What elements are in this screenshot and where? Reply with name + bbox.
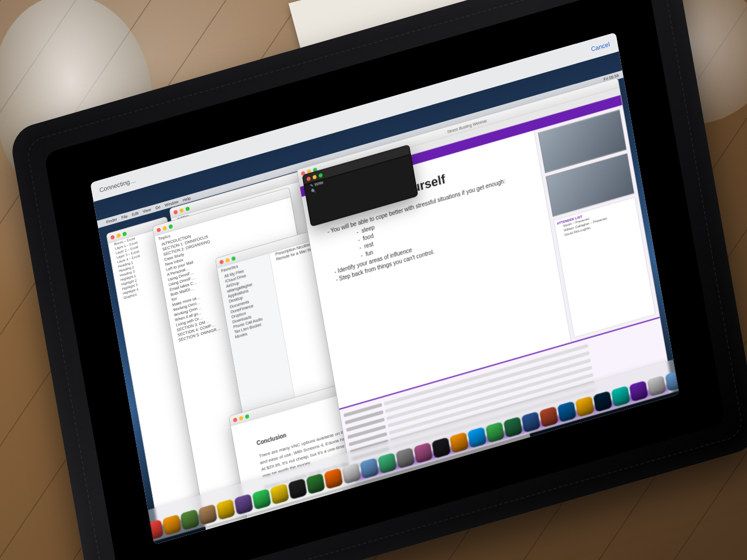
dock-app-icon[interactable]: [593, 391, 612, 412]
photo-scene: Connecting… Cancel Finder File Edit View…: [0, 0, 747, 560]
dock-app-icon[interactable]: [126, 524, 145, 545]
dock-app-icon[interactable]: [486, 421, 505, 443]
menubar-go[interactable]: Go: [155, 205, 161, 210]
dock-app-icon[interactable]: [503, 416, 522, 438]
menubar-help[interactable]: Help: [182, 196, 191, 202]
dock-app-icon[interactable]: [647, 375, 666, 397]
cancel-button[interactable]: Cancel: [590, 41, 610, 53]
dock-app-icon[interactable]: [521, 411, 540, 433]
dock-app-icon[interactable]: [342, 463, 361, 484]
menubar-app[interactable]: Finder: [106, 217, 117, 224]
dock-app-icon[interactable]: [557, 401, 577, 423]
dock-app-icon[interactable]: [377, 453, 397, 474]
dock-app-icon[interactable]: [414, 442, 433, 464]
dock-app-icon[interactable]: [432, 437, 451, 458]
dock-app-icon[interactable]: [180, 509, 199, 531]
dock-app-icon[interactable]: [449, 432, 469, 453]
dock-app-icon[interactable]: [306, 473, 325, 494]
dock-app-icon[interactable]: [575, 396, 594, 417]
dock-app-icon[interactable]: [467, 427, 487, 448]
dock-app-icon[interactable]: [360, 458, 379, 479]
dock-app-icon[interactable]: [396, 447, 415, 469]
menubar-view[interactable]: View: [143, 208, 152, 214]
dock-app-icon[interactable]: [665, 370, 680, 391]
dock-app-icon[interactable]: [90, 540, 92, 545]
mac-desktop: Finder File Edit View Go Window Help Fri…: [93, 51, 679, 545]
ipad-screen: Connecting… Cancel Finder File Edit View…: [90, 32, 679, 545]
dock-app-icon[interactable]: [252, 488, 271, 510]
dock-app-icon[interactable]: [324, 468, 343, 489]
dock-app-icon[interactable]: [198, 504, 217, 525]
dock-app-icon[interactable]: [109, 529, 128, 545]
menubar-file[interactable]: File: [121, 214, 128, 219]
dock-app-icon[interactable]: [288, 478, 307, 499]
dock-app-icon[interactable]: [611, 385, 630, 407]
dock-app-icon[interactable]: [216, 499, 235, 520]
dock-app-icon[interactable]: [270, 483, 289, 505]
dock-app-icon[interactable]: [162, 514, 182, 536]
menubar-edit[interactable]: Edit: [131, 211, 139, 217]
dock-app-icon[interactable]: [629, 380, 649, 402]
dock-app-icon[interactable]: [144, 519, 164, 541]
dock-app-icon[interactable]: [539, 406, 559, 428]
dock-app-icon[interactable]: [91, 535, 110, 545]
dock-app-icon[interactable]: [234, 494, 254, 515]
